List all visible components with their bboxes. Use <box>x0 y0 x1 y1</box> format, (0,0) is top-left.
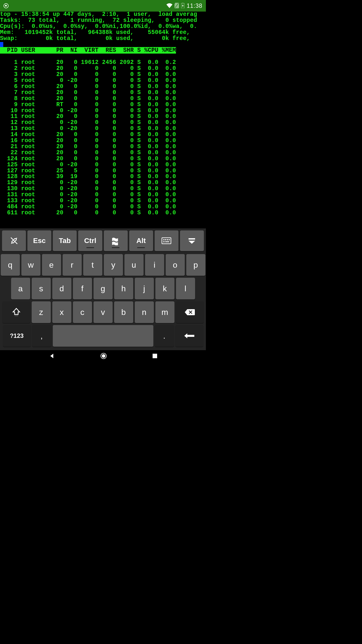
key-v[interactable]: v <box>94 301 113 323</box>
key-r[interactable]: r <box>63 254 82 276</box>
tab-key[interactable]: Tab <box>53 230 77 251</box>
symbols-key[interactable]: ?123 <box>3 325 31 347</box>
key-z[interactable]: z <box>32 301 51 323</box>
no-sim-icon <box>174 3 179 9</box>
key-k[interactable]: k <box>155 278 174 299</box>
key-i[interactable]: i <box>145 254 164 276</box>
battery-icon <box>181 3 185 9</box>
key-d[interactable]: d <box>52 278 71 299</box>
wifi-icon <box>166 3 172 9</box>
alt-key[interactable]: Alt <box>129 230 153 251</box>
key-y[interactable]: y <box>104 254 123 276</box>
key-m[interactable]: m <box>155 301 174 323</box>
top-process-rows: 1 root 20 0 19612 2456 2092 S 0.0 0.2 2 … <box>0 59 176 216</box>
key-b[interactable]: b <box>114 301 133 323</box>
cursor <box>0 42 3 48</box>
win-key[interactable] <box>104 230 128 251</box>
top-header-row: PID USER PR NI VIRT RES SHR S %CPU %MEM <box>0 47 176 54</box>
svg-rect-10 <box>165 242 169 242</box>
svg-point-14 <box>102 354 105 358</box>
comma-key[interactable]: , <box>32 325 51 347</box>
terminal-output[interactable]: top - 15:38:54 up 447 days, 2:10, 1 user… <box>0 12 206 216</box>
key-s[interactable]: s <box>32 278 51 299</box>
key-l[interactable]: l <box>176 278 195 299</box>
svg-rect-11 <box>189 238 195 239</box>
svg-point-9 <box>164 242 164 242</box>
home-softkey[interactable] <box>100 352 107 360</box>
key-u[interactable]: u <box>124 254 144 276</box>
svg-point-7 <box>167 239 168 240</box>
disconnect-button[interactable] <box>2 230 26 251</box>
back-softkey[interactable] <box>49 353 55 360</box>
keyboard-toggle-button[interactable] <box>155 230 178 251</box>
key-n[interactable]: n <box>135 301 154 323</box>
svg-point-6 <box>165 239 166 240</box>
key-q[interactable]: q <box>1 254 20 276</box>
key-a[interactable]: a <box>11 278 30 299</box>
top-summary-line: top - 15:38:54 up 447 days, 2:10, 1 user… <box>0 11 197 18</box>
esc-key[interactable]: Esc <box>27 230 51 251</box>
key-w[interactable]: w <box>21 254 40 276</box>
toolbar-row: Esc Tab Ctrl Alt <box>1 230 205 253</box>
key-h[interactable]: h <box>114 278 133 299</box>
navigation-bar <box>0 350 206 362</box>
kb-row-3: zxcvbnm <box>1 300 205 324</box>
svg-point-5 <box>164 239 164 240</box>
collapse-button[interactable] <box>180 230 204 251</box>
key-t[interactable]: t <box>83 254 102 276</box>
key-g[interactable]: g <box>94 278 113 299</box>
space-key[interactable] <box>53 325 153 347</box>
period-key[interactable]: . <box>155 325 174 347</box>
svg-point-8 <box>169 239 169 240</box>
key-j[interactable]: j <box>135 278 154 299</box>
enter-key[interactable] <box>175 325 203 347</box>
backspace-key[interactable] <box>176 301 204 323</box>
key-p[interactable]: p <box>186 254 205 276</box>
top-tasks-line: Tasks: 73 total, 1 running, 72 sleeping,… <box>0 17 197 24</box>
shift-key[interactable] <box>3 301 30 323</box>
svg-rect-15 <box>153 354 157 358</box>
key-c[interactable]: c <box>73 301 92 323</box>
key-x[interactable]: x <box>52 301 71 323</box>
svg-rect-4 <box>162 238 171 244</box>
top-swap-line: Swap: 0k total, 0k used, 0k free, <box>0 35 197 42</box>
kb-row-4: ?123 , . <box>1 324 205 348</box>
key-f[interactable]: f <box>73 278 92 299</box>
kb-row-2: asdfghjkl <box>1 277 205 300</box>
key-o[interactable]: o <box>166 254 185 276</box>
status-bar: 11:38 <box>0 0 206 12</box>
clock-text: 11:38 <box>187 3 202 9</box>
kb-row-1: qwertyuiop <box>1 253 205 277</box>
key-e[interactable]: e <box>42 254 61 276</box>
top-cpu-line: Cpu(s): 0.0%us, 0.0%sy, 0.0%ni,100.0%id,… <box>0 23 197 30</box>
ctrl-key[interactable]: Ctrl <box>78 230 102 251</box>
top-mem-line: Mem: 1019452k total, 964388k used, 55064… <box>0 29 197 36</box>
recents-softkey[interactable] <box>152 353 157 359</box>
keyboard: Esc Tab Ctrl Alt qwertyuiop asdfghjkl zx… <box>0 228 206 350</box>
record-icon <box>4 3 9 8</box>
